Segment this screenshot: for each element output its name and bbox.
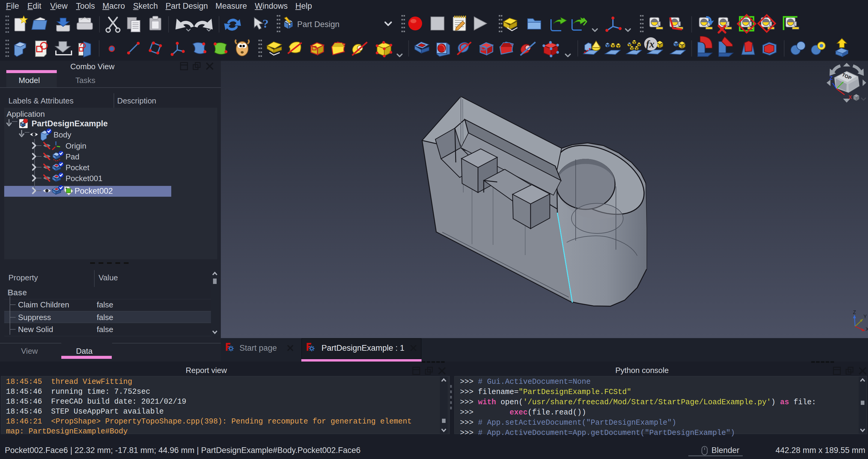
svg-text:?: ? — [262, 17, 269, 30]
svg-text:Part Design: Part Design — [297, 20, 340, 29]
svg-text:Z: Z — [830, 75, 833, 81]
svg-text:Z: Z — [853, 310, 856, 315]
svg-text:X: X — [866, 327, 868, 332]
svg-text:fx: fx — [646, 38, 654, 50]
svg-text:Y: Y — [864, 314, 867, 319]
svg-text:X: X — [848, 94, 852, 100]
